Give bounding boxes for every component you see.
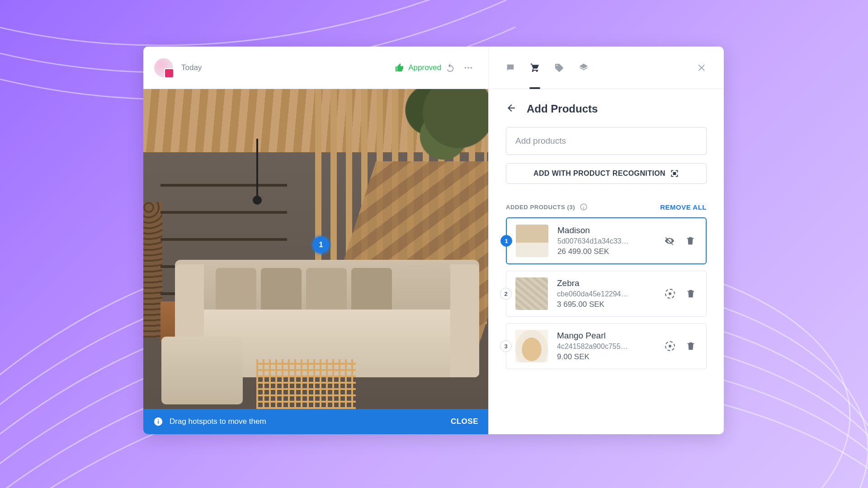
trash-icon [686,341,696,351]
hint-close-button[interactable]: CLOSE [451,417,478,426]
editor-window: Today Approved [143,47,724,434]
hotspot-target-icon [665,341,675,351]
side-panel: Add Products ADD WITH PRODUCT RECOGNITIO… [489,47,724,434]
svg-point-1 [467,67,469,69]
undo-icon [445,63,455,73]
svg-point-2 [471,67,472,69]
product-visibility-button[interactable] [662,338,678,354]
remove-all-button[interactable]: REMOVE ALL [660,203,707,211]
image-canvas[interactable]: 1 [143,89,488,409]
product-delete-button[interactable] [683,338,699,354]
source-avatar[interactable] [154,58,173,77]
more-button[interactable] [459,59,477,77]
product-index-badge: 3 [500,340,512,352]
status-label: Approved [408,63,441,72]
hotspot-target-icon [665,289,675,299]
media-pane: Today Approved [143,47,489,434]
status-approved: Approved [395,63,441,73]
product-name: Zebra [557,278,653,288]
hint-message: Drag hotspots to move them [170,417,266,426]
undo-button[interactable] [441,59,459,77]
hint-bar: Drag hotspots to move them CLOSE [143,409,488,434]
back-button[interactable] [506,103,519,115]
product-index-badge: 1 [500,235,512,247]
product-delete-button[interactable] [683,286,699,302]
svg-point-0 [465,67,467,69]
close-panel-button[interactable] [693,59,711,77]
product-thumbnail [515,330,548,362]
product-visibility-button[interactable] [662,286,678,302]
panel-tabs [489,47,724,89]
info-button[interactable] [580,203,588,211]
product-visibility-button[interactable] [661,233,678,249]
tag-icon [554,63,564,73]
product-meta: Mango Pearl4c241582a900c755…9.00 SEK [557,331,653,361]
product-row[interactable]: 1Madison5d007634d1a34c33…26 499.00 SEK [506,217,707,264]
trash-icon [685,236,695,246]
product-search-input[interactable] [506,127,707,155]
added-products-label: ADDED PRODUCTS (3) [506,204,575,211]
timestamp: Today [181,63,202,72]
layers-icon [579,63,589,73]
product-index-badge: 2 [500,288,512,300]
cart-icon [530,63,540,73]
recognition-label: ADD WITH PRODUCT RECOGNITION [533,169,665,178]
product-delete-button[interactable] [682,233,698,249]
product-meta: Zebracbe060da45e12294…3 695.00 SEK [557,278,653,309]
close-icon [697,63,707,73]
tab-products[interactable] [526,59,544,77]
product-price: 3 695.00 SEK [557,300,653,309]
info-outline-icon [580,203,588,211]
chat-icon [505,63,515,73]
product-thumbnail [515,277,548,310]
product-name: Mango Pearl [557,331,653,341]
product-sku: cbe060da45e12294… [557,290,653,298]
product-list: 1Madison5d007634d1a34c33…26 499.00 SEK2Z… [506,217,707,369]
app-background: Today Approved [0,0,868,488]
product-recognition-button[interactable]: ADD WITH PRODUCT RECOGNITION [506,163,707,184]
product-sku: 5d007634d1a34c33… [557,237,652,245]
visibility-off-icon [665,236,675,246]
thumbs-up-icon [395,63,405,73]
tab-layers[interactable] [575,59,593,77]
tab-comments[interactable] [501,59,519,77]
hotspot-1[interactable]: 1 [312,236,330,253]
product-price: 26 499.00 SEK [557,247,652,256]
product-row[interactable]: 3Mango Pearl4c241582a900c755…9.00 SEK [506,323,707,369]
product-row[interactable]: 2Zebracbe060da45e12294…3 695.00 SEK [506,271,707,317]
info-icon [153,417,163,427]
panel-title: Add Products [527,103,598,115]
more-icon [463,63,473,73]
arrow-left-icon [506,103,517,113]
trash-icon [686,289,696,299]
product-thumbnail [516,225,548,257]
product-price: 9.00 SEK [557,352,653,361]
panel-body: Add Products ADD WITH PRODUCT RECOGNITIO… [489,89,724,389]
scan-icon [670,169,679,178]
product-name: Madison [557,225,652,235]
product-meta: Madison5d007634d1a34c33…26 499.00 SEK [557,225,652,256]
tab-tags[interactable] [550,59,568,77]
product-sku: 4c241582a900c755… [557,343,653,351]
media-header: Today Approved [143,47,488,89]
hotspot-number: 1 [319,241,323,249]
